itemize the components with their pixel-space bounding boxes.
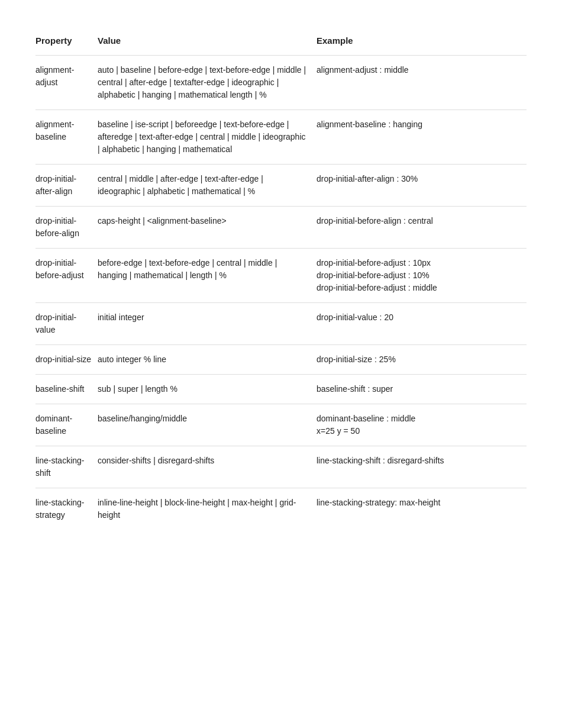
cell-example: alignment-baseline : hanging bbox=[316, 110, 527, 165]
cell-property: drop-initial-before-adjust bbox=[35, 249, 98, 303]
cell-value: initial integer bbox=[98, 303, 316, 345]
cell-value: caps-height | <alignment-baseline> bbox=[98, 207, 316, 249]
cell-property: alignment-adjust bbox=[35, 56, 98, 110]
cell-example: dominant-baseline : middlex=25 y = 50 bbox=[316, 404, 527, 446]
cell-value: auto integer % line bbox=[98, 345, 316, 375]
cell-value: before-edge | text-before-edge | central… bbox=[98, 249, 316, 303]
cell-value: consider-shifts | disregard-shifts bbox=[98, 446, 316, 488]
table-row: drop-initial-valueinitial integerdrop-in… bbox=[35, 303, 527, 345]
cell-property: drop-initial-size bbox=[35, 345, 98, 375]
cell-property: alignment-baseline bbox=[35, 110, 98, 165]
cell-example: drop-initial-size : 25% bbox=[316, 345, 527, 375]
table-row: alignment-adjustauto | baseline | before… bbox=[35, 56, 527, 110]
table-row: drop-initial-sizeauto integer % linedrop… bbox=[35, 345, 527, 375]
header-value: Value bbox=[98, 36, 316, 56]
cell-value: auto | baseline | before-edge | text-bef… bbox=[98, 56, 316, 110]
table-row: dominant-baselinebaseline/hanging/middle… bbox=[35, 404, 527, 446]
cell-example: drop-initial-before-adjust : 10pxdrop-in… bbox=[316, 249, 527, 303]
cell-example: line-stacking-shift : disregard-shifts bbox=[316, 446, 527, 488]
table-row: line-stacking-shiftconsider-shifts | dis… bbox=[35, 446, 527, 488]
cell-value: inline-line-height | block-line-height |… bbox=[98, 488, 316, 530]
cell-property: drop-initial-before-align bbox=[35, 207, 98, 249]
cell-value: sub | super | length % bbox=[98, 375, 316, 404]
cell-property: baseline-shift bbox=[35, 375, 98, 404]
cell-example: drop-initial-value : 20 bbox=[316, 303, 527, 345]
cell-example: drop-initial-after-align : 30% bbox=[316, 165, 527, 207]
cell-value: central | middle | after-edge | text-aft… bbox=[98, 165, 316, 207]
table-row: baseline-shiftsub | super | length %base… bbox=[35, 375, 527, 404]
table-row: drop-initial-before-adjustbefore-edge | … bbox=[35, 249, 527, 303]
cell-property: line-stacking-strategy bbox=[35, 488, 98, 530]
cell-property: drop-initial-after-align bbox=[35, 165, 98, 207]
cell-value: baseline | ise-script | beforeedge | tex… bbox=[98, 110, 316, 165]
cell-property: line-stacking-shift bbox=[35, 446, 98, 488]
header-example: Example bbox=[316, 36, 527, 56]
table-row: line-stacking-strategyinline-line-height… bbox=[35, 488, 527, 530]
properties-table: Property Value Example alignment-adjusta… bbox=[35, 36, 527, 530]
cell-example: alignment-adjust : middle bbox=[316, 56, 527, 110]
cell-example: baseline-shift : super bbox=[316, 375, 527, 404]
cell-value: baseline/hanging/middle bbox=[98, 404, 316, 446]
table-row: alignment-baselinebaseline | ise-script … bbox=[35, 110, 527, 165]
table-row: drop-initial-before-aligncaps-height | <… bbox=[35, 207, 527, 249]
cell-example: drop-initial-before-align : central bbox=[316, 207, 527, 249]
cell-property: drop-initial-value bbox=[35, 303, 98, 345]
cell-example: line-stacking-strategy: max-height bbox=[316, 488, 527, 530]
cell-property: dominant-baseline bbox=[35, 404, 98, 446]
table-row: drop-initial-after-aligncentral | middle… bbox=[35, 165, 527, 207]
header-property: Property bbox=[35, 36, 98, 56]
